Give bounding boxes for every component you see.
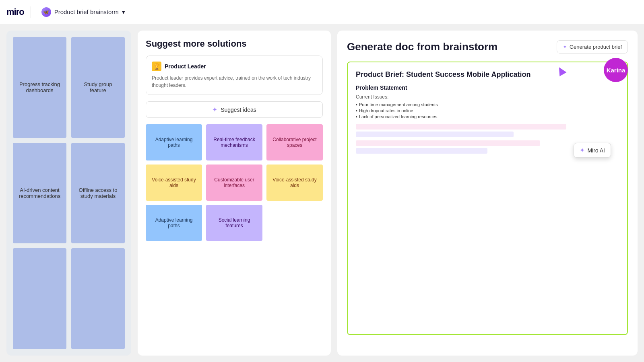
notes-grid: Adaptive learning paths Real-time feedba… bbox=[146, 124, 323, 241]
miro-ai-label: Miro AI bbox=[587, 147, 605, 154]
suggest-ideas-button[interactable]: ✦ Suggest ideas bbox=[146, 101, 323, 118]
main-content: Progress tracking dashboards Study group… bbox=[0, 24, 644, 362]
doc-issues-label: Current Issues: bbox=[356, 94, 619, 100]
doc-bullet-2: High dropout rates in online bbox=[356, 108, 619, 113]
middle-panel: Suggest more solutions 🏆 Product Leader … bbox=[138, 31, 331, 356]
project-icon: 🦋 bbox=[41, 7, 51, 17]
note-voice-study-2[interactable]: Voice-assisted study aids bbox=[266, 165, 323, 201]
sticky-note-3[interactable]: AI-driven content recommendations bbox=[13, 143, 66, 244]
miro-logo: miro bbox=[6, 7, 24, 17]
highlight-line-3 bbox=[356, 140, 540, 146]
project-title-button[interactable]: 🦋 Product brief brainstorm ▾ bbox=[37, 5, 129, 19]
note-collaborative-spaces[interactable]: Collaborative project spaces bbox=[266, 124, 323, 160]
right-header: Generate doc from brainstorm ✦ Generate … bbox=[347, 40, 628, 53]
note-realtime-feedback[interactable]: Real-time feedback mechanisms bbox=[206, 124, 262, 160]
note-customizable-ui[interactable]: Customizable user interfaces bbox=[206, 165, 262, 201]
generate-product-brief-button[interactable]: ✦ Generate product brief bbox=[557, 40, 628, 53]
highlight-line-2 bbox=[356, 132, 514, 137]
highlight-line-4 bbox=[356, 148, 487, 154]
sticky-note-1[interactable]: Progress tracking dashboards bbox=[13, 37, 66, 138]
sparkle-icon: ✦ bbox=[212, 106, 217, 113]
note-adaptive-learning-2[interactable]: Adaptive learning paths bbox=[146, 205, 202, 241]
note-adaptive-learning-1[interactable]: Adaptive learning paths bbox=[146, 124, 202, 160]
note-social-learning[interactable]: Social learning features bbox=[206, 205, 262, 241]
header-divider bbox=[31, 6, 31, 18]
project-title-text: Product brief brainstorm bbox=[54, 8, 119, 15]
sticky-note-4[interactable]: Offline access to study materials bbox=[71, 143, 125, 244]
miro-ai-icon: ✦ bbox=[580, 146, 585, 154]
sticky-note-6[interactable] bbox=[71, 248, 125, 349]
leader-desc: Product leader provides expert advice, t… bbox=[152, 74, 317, 89]
karina-avatar: Karina bbox=[604, 58, 628, 82]
miro-ai-tooltip[interactable]: ✦ Miro AI bbox=[574, 143, 611, 158]
doc-section-title: Problem Statement bbox=[356, 84, 619, 91]
chevron-down-icon: ▾ bbox=[122, 8, 125, 16]
doc-title: Product Brief: Student Success Mobile Ap… bbox=[356, 70, 619, 79]
right-panel: Generate doc from brainstorm ✦ Generate … bbox=[337, 31, 638, 356]
document-area: Product Brief: Student Success Mobile Ap… bbox=[347, 62, 628, 335]
sticky-note-2[interactable]: Study group feature bbox=[71, 37, 125, 138]
product-leader-header: 🏆 Product Leader bbox=[152, 62, 317, 71]
leader-icon: 🏆 bbox=[152, 62, 161, 71]
highlight-line-1 bbox=[356, 124, 566, 130]
left-panel: Progress tracking dashboards Study group… bbox=[6, 31, 131, 356]
generate-title: Generate doc from brainstorm bbox=[347, 41, 497, 53]
leader-title: Product Leader bbox=[165, 63, 206, 70]
sparkle-gen-icon: ✦ bbox=[563, 44, 567, 50]
doc-bullet-3: Lack of personalized learning resources bbox=[356, 114, 619, 119]
product-leader-card: 🏆 Product Leader Product leader provides… bbox=[146, 56, 323, 95]
doc-bullet-1: Poor time management among students bbox=[356, 102, 619, 107]
sticky-note-5[interactable] bbox=[13, 248, 66, 349]
suggest-title: Suggest more solutions bbox=[146, 39, 323, 49]
note-voice-study-1[interactable]: Voice-assisted study aids bbox=[146, 165, 202, 201]
header: miro 🦋 Product brief brainstorm ▾ bbox=[0, 0, 644, 24]
